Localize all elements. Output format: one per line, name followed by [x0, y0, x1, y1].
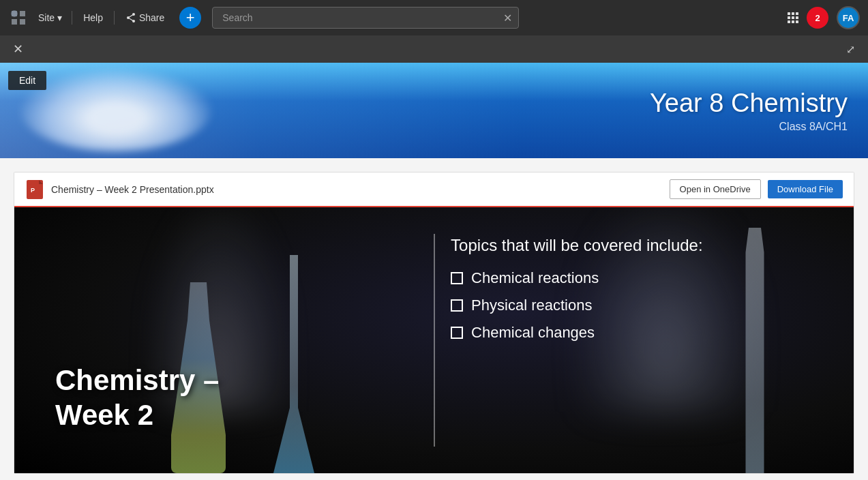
pptx-file-icon: P: [25, 180, 44, 199]
user-avatar[interactable]: FA: [837, 6, 860, 29]
avatar-initials: FA: [843, 13, 854, 23]
slide-topic-item-3: Chemical changes: [451, 324, 833, 342]
slide-right-content: Topics that will be covered include: Che…: [451, 235, 833, 351]
notification-button[interactable]: 2: [807, 7, 828, 29]
site-chevron-icon: ▾: [57, 12, 62, 23]
search-clear-button[interactable]: ✕: [503, 12, 512, 25]
top-navigation: Site ▾ Help Share + ✕: [0, 0, 868, 35]
secondary-bar: ✕ ⤢: [0, 35, 868, 63]
file-viewer-card: P Chemistry – Week 2 Presentation.pptx O…: [14, 172, 854, 474]
nav-right-controls: 2 FA: [788, 6, 860, 29]
open-onedrive-button[interactable]: Open in OneDrive: [670, 179, 761, 199]
slide-divider-line: [434, 234, 435, 447]
topic-checkbox-2: [451, 299, 463, 312]
slide-topic-item-1: Chemical reactions: [451, 269, 833, 287]
edit-label: Edit: [19, 75, 35, 86]
logo: [8, 7, 29, 28]
help-button[interactable]: Help: [78, 10, 108, 26]
site-button[interactable]: Site ▾: [34, 10, 66, 26]
add-button[interactable]: +: [179, 7, 201, 29]
expand-icon: ⤢: [846, 43, 855, 56]
share-button[interactable]: Share: [120, 10, 170, 26]
close-button[interactable]: ✕: [8, 40, 27, 59]
svg-text:P: P: [31, 187, 35, 194]
download-file-button[interactable]: Download File: [768, 180, 843, 198]
help-label: Help: [83, 12, 103, 23]
powerpoint-icon: P: [29, 184, 40, 195]
slide-topic-text-1: Chemical reactions: [471, 269, 599, 287]
main-content: P Chemistry – Week 2 Presentation.pptx O…: [0, 158, 868, 480]
slide-left-content: Chemistry – Week 2: [55, 363, 246, 432]
nav-divider: [72, 11, 72, 25]
share-icon: [125, 12, 136, 23]
slide-topics-heading: Topics that will be covered include:: [451, 235, 833, 256]
slide-main-title: Chemistry – Week 2: [55, 363, 246, 432]
slide-topic-text-3: Chemical changes: [471, 324, 595, 342]
site-logo-icon: [9, 8, 28, 27]
svg-point-0: [11, 10, 18, 17]
hero-title-area: Year 8 Chemistry Class 8A/CH1: [650, 63, 848, 158]
svg-line-5: [128, 18, 134, 21]
plus-icon: +: [186, 10, 195, 25]
open-onedrive-label: Open in OneDrive: [680, 184, 751, 194]
grid-menu-button[interactable]: [788, 12, 798, 23]
file-name: Chemistry – Week 2 Presentation.pptx: [51, 184, 670, 195]
topic-checkbox-3: [451, 327, 463, 339]
expand-button[interactable]: ⤢: [841, 40, 860, 59]
notification-count: 2: [815, 13, 820, 23]
hero-banner: Edit Year 8 Chemistry Class 8A/CH1: [0, 63, 868, 158]
share-label: Share: [139, 12, 164, 23]
search-input[interactable]: [212, 7, 519, 29]
slide-topic-text-2: Physical reactions: [471, 297, 592, 314]
slide-preview: Chemistry – Week 2 Topics that will be c…: [14, 207, 854, 473]
page-subtitle: Class 8A/CH1: [779, 121, 848, 133]
download-file-label: Download File: [777, 184, 833, 194]
file-viewer-header: P Chemistry – Week 2 Presentation.pptx O…: [14, 172, 854, 207]
topic-checkbox-1: [451, 272, 463, 284]
site-label: Site: [38, 12, 55, 23]
file-actions: Open in OneDrive Download File: [670, 179, 843, 199]
svg-line-4: [128, 14, 134, 18]
slide-topic-item-2: Physical reactions: [451, 297, 833, 314]
page-title: Year 8 Chemistry: [650, 89, 848, 118]
nav-divider-2: [114, 11, 115, 25]
hero-cloud-shape: [20, 70, 211, 151]
grid-icon: [788, 12, 798, 23]
edit-button[interactable]: Edit: [8, 71, 46, 90]
close-icon: ✕: [13, 42, 23, 57]
search-container: ✕: [212, 7, 519, 29]
